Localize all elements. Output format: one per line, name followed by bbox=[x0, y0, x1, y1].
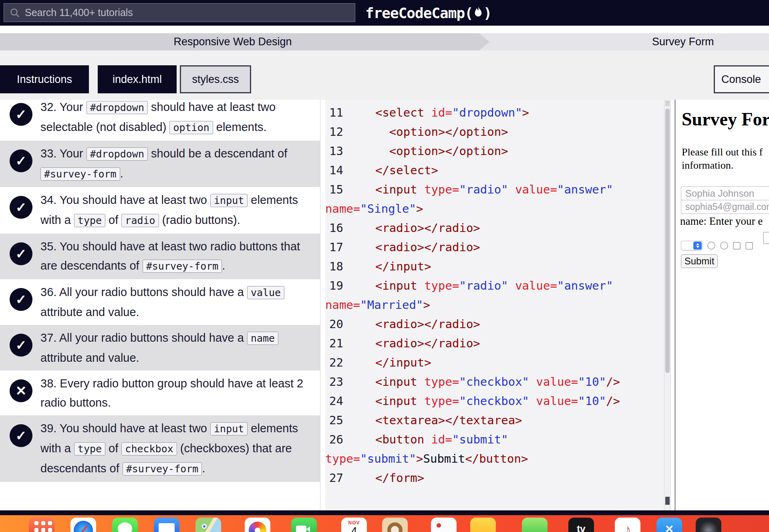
code-line: 11 <select id="dropdown"> bbox=[325, 103, 664, 122]
test-item-text: 38. Every radio button group should have… bbox=[40, 374, 313, 412]
code-chip: #dropdown bbox=[87, 147, 148, 161]
line-number: 24 bbox=[325, 394, 361, 408]
check-icon: ✓ bbox=[10, 149, 32, 172]
app-icon-tan-ring[interactable] bbox=[382, 518, 408, 532]
test-item-text: 35. You should have at least two radio b… bbox=[40, 237, 313, 276]
code-chip: radio bbox=[121, 214, 159, 227]
check-icon: ✓ bbox=[10, 103, 32, 126]
line-number: 21 bbox=[325, 337, 361, 350]
preview-radio-2[interactable] bbox=[720, 242, 728, 250]
check-icon: ✓ bbox=[10, 242, 32, 265]
line-number: 16 bbox=[325, 221, 361, 235]
test-item-37: ✓ 37. All your radio buttons should have… bbox=[0, 325, 320, 371]
tab-styles-css[interactable]: styles.css bbox=[180, 65, 251, 93]
code-line-wrap: name="Single"> bbox=[325, 199, 664, 218]
search-box[interactable] bbox=[4, 3, 355, 22]
tabs-bar: Instructions index.html styles.css Conso… bbox=[0, 50, 769, 100]
preview-radio-1[interactable] bbox=[707, 242, 715, 250]
preview-panel: Survey Form Please fill out this f infor… bbox=[679, 100, 769, 510]
code-chip: value bbox=[247, 286, 284, 299]
line-number: 22 bbox=[325, 356, 361, 369]
safari-icon[interactable] bbox=[70, 518, 96, 532]
facetime-icon[interactable] bbox=[291, 518, 317, 532]
preview-name-label: name: Enter your e bbox=[680, 215, 763, 228]
code-chip: #survey-form bbox=[143, 260, 222, 273]
macos-dock: NOV 4 tv ♪ ✕ bbox=[0, 515, 769, 532]
app-icon-yellow[interactable] bbox=[470, 518, 496, 532]
code-line: 23 <input type="checkbox" value="10"/> bbox=[325, 372, 664, 391]
search-input[interactable] bbox=[20, 7, 355, 18]
breadcrumb-block-label[interactable]: Survey Form bbox=[652, 33, 714, 50]
code-chip: type bbox=[74, 442, 105, 455]
code-line: 17 <radio></radio> bbox=[325, 238, 664, 257]
line-number: 19 bbox=[325, 279, 361, 292]
music-icon[interactable]: ♪ bbox=[615, 518, 640, 532]
code-editor[interactable]: 11 <select id="dropdown"> 12 <option></o… bbox=[325, 100, 664, 510]
window-bottom-strip bbox=[0, 510, 769, 515]
instructions-panel[interactable]: ✓ 32. Your #dropdown should have at leas… bbox=[0, 100, 320, 510]
preview-edge-input[interactable] bbox=[763, 232, 769, 244]
code-chip: type bbox=[74, 214, 105, 227]
app-icon-blue-x[interactable]: ✕ bbox=[656, 518, 682, 532]
code-line: 16 <radio></radio> bbox=[325, 218, 664, 238]
code-line: 22 </input> bbox=[325, 353, 664, 372]
tab-instructions[interactable]: Instructions bbox=[0, 65, 89, 93]
code-line-wrap: type="submit">Submit</button> bbox=[325, 449, 664, 468]
app-icon-green[interactable] bbox=[522, 518, 548, 532]
line-number: 26 bbox=[325, 433, 361, 446]
breadcrumb: Responsive Web Design Survey Form bbox=[0, 33, 769, 50]
preview-checkbox-2[interactable] bbox=[745, 242, 753, 250]
camera-lens-app-icon[interactable] bbox=[696, 518, 721, 532]
calendar-icon[interactable]: NOV 4 bbox=[341, 518, 367, 532]
test-item-text: 33. Your #dropdown should be a descendan… bbox=[40, 144, 313, 184]
preview-submit-button[interactable]: Submit bbox=[681, 254, 718, 268]
apple-tv-icon[interactable]: tv bbox=[568, 518, 594, 532]
code-chip: name bbox=[247, 332, 278, 345]
messages-icon[interactable] bbox=[112, 518, 138, 532]
console-button[interactable]: Console bbox=[714, 65, 769, 93]
reminders-icon[interactable] bbox=[431, 518, 457, 532]
preview-email-input[interactable] bbox=[681, 200, 769, 214]
launchpad-icon[interactable] bbox=[29, 518, 54, 532]
breadcrumb-superblock-label: Responsive Web Design bbox=[173, 36, 292, 48]
scrollbar-bottom-corner[interactable] bbox=[665, 497, 670, 505]
check-icon: ✓ bbox=[10, 334, 32, 357]
scrollbar-thumb[interactable] bbox=[665, 109, 670, 373]
photos-icon[interactable] bbox=[245, 518, 270, 532]
tab-index-html[interactable]: index.html bbox=[98, 65, 177, 93]
line-number: 25 bbox=[325, 413, 361, 427]
test-item-33: ✓ 33. Your #dropdown should be a descend… bbox=[0, 141, 320, 187]
line-number: 17 bbox=[325, 240, 361, 254]
mail-icon[interactable] bbox=[154, 518, 179, 532]
line-number: 14 bbox=[325, 163, 361, 177]
line-number: 18 bbox=[325, 260, 361, 273]
code-line: 20 <radio></radio> bbox=[325, 314, 664, 334]
editor-scrollbar[interactable] bbox=[664, 100, 671, 510]
line-number: 27 bbox=[325, 471, 361, 485]
breadcrumb-superblock[interactable]: Responsive Web Design bbox=[0, 33, 489, 50]
check-icon: ✓ bbox=[10, 288, 32, 311]
pane-splitter[interactable] bbox=[674, 100, 676, 510]
x-icon: ✕ bbox=[10, 379, 32, 402]
code-line: 15 <input type="radio" value="answer" bbox=[325, 180, 664, 199]
preview-dropdown[interactable] bbox=[681, 241, 703, 250]
dropdown-stepper-icon bbox=[693, 242, 702, 250]
check-icon: ✓ bbox=[10, 196, 32, 219]
preview-title: Survey Form bbox=[682, 109, 769, 130]
code-chip: option bbox=[169, 121, 213, 134]
code-chip: input bbox=[210, 422, 248, 435]
test-item-text: 34. You should have at least two input e… bbox=[40, 190, 313, 230]
preview-checkbox-1[interactable] bbox=[733, 242, 741, 250]
logo-text: freeCodeCamp bbox=[365, 5, 465, 21]
check-icon: ✓ bbox=[10, 424, 32, 447]
code-line: 18 </input> bbox=[325, 257, 664, 276]
code-chip: input bbox=[210, 194, 248, 207]
line-number: 12 bbox=[325, 125, 361, 139]
test-item-39: ✓ 39. You should have at least two input… bbox=[0, 415, 320, 482]
code-chip: #survey-form bbox=[123, 462, 202, 476]
scrollbar-top-nub[interactable] bbox=[665, 101, 670, 106]
maps-icon[interactable] bbox=[195, 518, 221, 532]
preview-description: Please fill out this f information. bbox=[682, 145, 769, 172]
preview-name-input[interactable] bbox=[681, 186, 769, 200]
freecodecamp-logo[interactable]: freeCodeCamp() bbox=[365, 4, 491, 22]
